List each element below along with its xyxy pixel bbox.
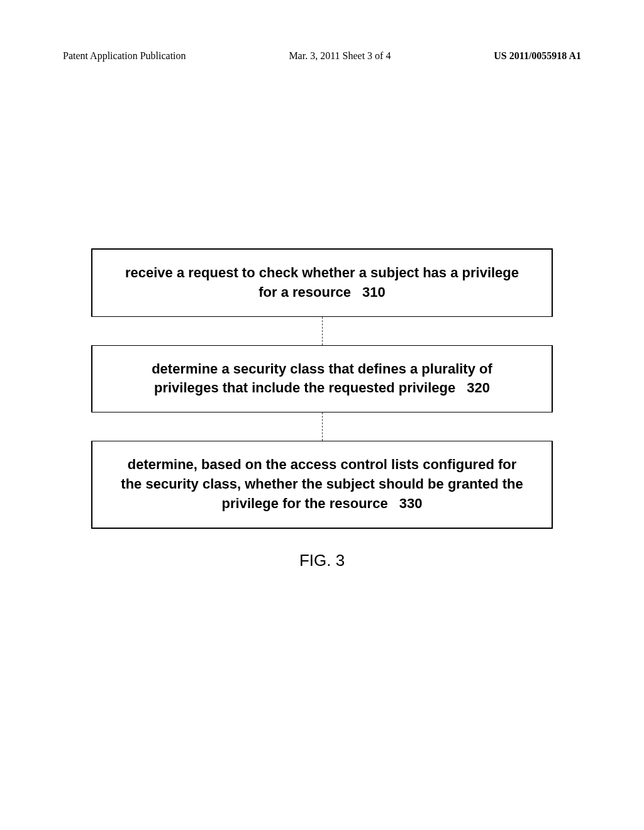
header-publication-type: Patent Application Publication	[63, 50, 186, 62]
page-header: Patent Application Publication Mar. 3, 2…	[63, 50, 581, 62]
header-date-sheet: Mar. 3, 2011 Sheet 3 of 4	[289, 50, 391, 62]
step-text: determine, based on the access control l…	[121, 456, 523, 511]
figure-label: FIG. 3	[299, 551, 345, 570]
flowchart-connector	[322, 317, 323, 345]
header-publication-number: US 2011/0055918 A1	[494, 50, 581, 62]
flowchart-step-320: determine a security class that defines …	[91, 345, 553, 413]
flowchart-step-330: determine, based on the access control l…	[91, 441, 553, 528]
step-text: receive a request to check whether a sub…	[125, 265, 519, 300]
flowchart-connector	[322, 412, 323, 441]
flowchart-step-310: receive a request to check whether a sub…	[91, 248, 553, 317]
step-number: 310	[362, 284, 386, 300]
step-number: 330	[399, 495, 423, 511]
step-number: 320	[467, 380, 490, 396]
step-text: determine a security class that defines …	[152, 361, 492, 396]
flowchart-figure: receive a request to check whether a sub…	[91, 248, 553, 570]
